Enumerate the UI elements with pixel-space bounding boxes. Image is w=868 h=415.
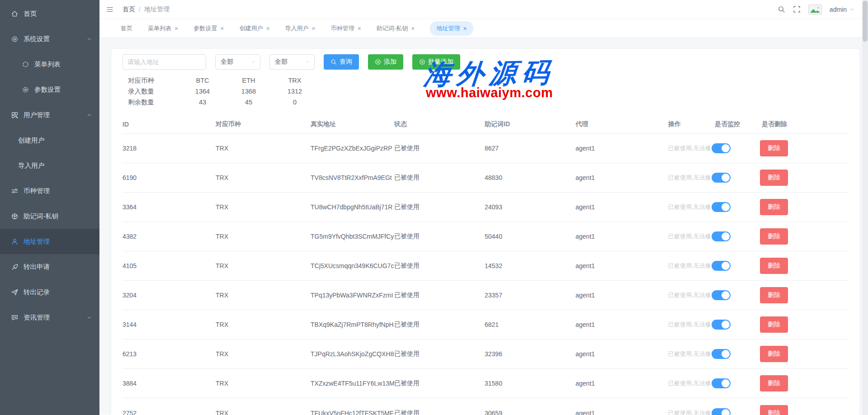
table-row: 3144TRXTBXq9KaZj7RmPT8RhyfNpH已被使用6821age…: [123, 310, 848, 340]
sidebar-item-system-settings[interactable]: 系统设置: [0, 26, 99, 52]
row-op-note: 已被使用,无法修: [668, 232, 710, 241]
tab-创建用户[interactable]: 创建用户×: [239, 24, 269, 33]
avatar[interactable]: [808, 5, 822, 14]
loader-circle-icon: [22, 61, 29, 68]
scrollbar: [862, 0, 868, 415]
row-monitor-cell: [710, 261, 760, 271]
monitor-toggle[interactable]: [712, 231, 731, 241]
row-mnemonic-id: 32396: [485, 350, 576, 358]
summary-row: 对应币种BTCETHTRX: [123, 75, 848, 86]
monitor-toggle[interactable]: [712, 320, 731, 330]
delete-button[interactable]: 删除: [760, 287, 788, 303]
sidebar-item-transfer-request[interactable]: 转出申请: [0, 254, 99, 279]
sidebar-item-param-settings[interactable]: 参数设置: [0, 77, 99, 102]
row-address: TG5m9YfvQhbt3SCmMJFfCy: [311, 233, 394, 240]
sidebar-item-label: 参数设置: [34, 85, 61, 94]
row-id: 6213: [123, 350, 216, 358]
search-icon[interactable]: [778, 5, 785, 13]
delete-button[interactable]: 删除: [760, 316, 788, 333]
tab-close-icon[interactable]: ×: [358, 25, 361, 32]
monitor-toggle[interactable]: [712, 378, 731, 388]
tab-close-icon[interactable]: ×: [411, 25, 415, 32]
summary-value: 43: [179, 99, 226, 106]
tab-close-icon[interactable]: ×: [312, 25, 316, 32]
delete-button[interactable]: 删除: [760, 258, 788, 274]
monitor-toggle[interactable]: [712, 143, 731, 153]
sidebar-item-import-user[interactable]: 导入用户: [0, 153, 99, 178]
tab-币种管理[interactable]: 币种管理×: [331, 24, 361, 33]
sidebar-item-transfer-record[interactable]: 转出记录: [0, 279, 99, 305]
table-header: ID对应币种真实地址状态助记词ID代理操作是否监控是否删除: [123, 115, 848, 134]
row-mnemonic-id: 31580: [485, 380, 576, 387]
row-address: TFrgE2PGzXZbExJGgiPzRP: [311, 145, 394, 152]
column-header: 操作: [668, 120, 710, 128]
sidebar-item-create-user[interactable]: 创建用户: [0, 127, 99, 153]
tab-参数设置[interactable]: 参数设置×: [193, 24, 224, 33]
breadcrumb-home[interactable]: 首页: [123, 5, 135, 14]
batch-add-button-label: 批量添加: [428, 58, 453, 66]
delete-button[interactable]: 删除: [760, 228, 788, 245]
row-id: 3218: [123, 145, 216, 152]
delete-button[interactable]: 删除: [760, 346, 788, 362]
filter-select-2[interactable]: 全部: [269, 54, 315, 70]
user-menu[interactable]: admin: [830, 6, 854, 13]
row-agent: agent1: [576, 380, 668, 387]
tab-close-icon[interactable]: ×: [266, 25, 269, 32]
monitor-toggle[interactable]: [712, 408, 731, 415]
sidebar-item-home[interactable]: 首页: [0, 1, 99, 26]
row-address: TV8csNV8TtR2XxfPmA9EGt: [311, 174, 394, 181]
sidebar-item-news-management[interactable]: 资讯管理: [0, 305, 99, 330]
row-id: 3884: [123, 380, 216, 387]
delete-button[interactable]: 删除: [760, 170, 788, 186]
breadcrumb-current: 地址管理: [144, 5, 170, 14]
scrollbar-thumb[interactable]: [863, 1, 868, 42]
row-op-note: 已被使用,无法修: [668, 409, 710, 415]
breadcrumb-separator: /: [139, 6, 141, 13]
tab-菜单列表[interactable]: 菜单列表×: [148, 24, 178, 33]
summary-value: 0: [272, 99, 318, 106]
sidebar-item-address-management[interactable]: 地址管理: [0, 229, 99, 254]
search-button[interactable]: 查询: [324, 54, 359, 70]
monitor-toggle[interactable]: [712, 202, 731, 212]
tab-close-icon[interactable]: ×: [463, 25, 467, 32]
row-delete-cell: 删除: [760, 228, 848, 245]
row-delete-cell: 删除: [760, 375, 848, 391]
tab-首页[interactable]: 首页: [121, 24, 132, 33]
fullscreen-icon[interactable]: [793, 5, 801, 13]
sidebar-item-label: 创建用户: [18, 136, 44, 145]
tab-导入用户[interactable]: 导入用户×: [285, 24, 316, 33]
batch-add-button[interactable]: 批量添加: [412, 54, 460, 70]
row-agent: agent1: [576, 262, 668, 269]
monitor-toggle[interactable]: [712, 349, 731, 359]
tab-地址管理[interactable]: 地址管理×: [430, 21, 473, 36]
delete-button[interactable]: 删除: [760, 140, 788, 156]
tab-close-icon[interactable]: ×: [175, 25, 178, 32]
sidebar-item-label: 导入用户: [18, 161, 44, 170]
row-id: 2752: [123, 410, 216, 415]
tab-助记词-私钥[interactable]: 助记词-私钥×: [377, 24, 415, 33]
delete-button[interactable]: 删除: [760, 199, 788, 215]
address-search-input[interactable]: [123, 54, 206, 70]
chevron-up-icon: [86, 36, 92, 42]
user-icon: [11, 238, 19, 245]
menu-icon[interactable]: [106, 6, 114, 13]
table-row: 3884TRXTXZxzwE4TF5u11FY6Lw13M已被使用31580ag…: [123, 369, 848, 398]
delete-button[interactable]: 删除: [760, 375, 788, 391]
row-coin: TRX: [216, 380, 311, 387]
sidebar-item-user-management[interactable]: 用户管理: [0, 102, 99, 127]
sidebar-item-mnemonic-private-key[interactable]: 助记词-私钥: [0, 203, 99, 229]
row-status: 已被使用: [394, 232, 485, 241]
summary-row: 录入数量136413681312: [123, 86, 848, 97]
row-op-note: 已被使用,无法修: [668, 262, 710, 270]
sidebar-item-menu-list[interactable]: 菜单列表: [0, 52, 99, 77]
summary-value: 1364: [179, 88, 226, 95]
row-mnemonic-id: 50440: [485, 233, 576, 240]
tab-close-icon[interactable]: ×: [220, 25, 224, 32]
add-button[interactable]: 添加: [368, 54, 403, 70]
filter-select-1[interactable]: 全部: [215, 54, 260, 70]
monitor-toggle[interactable]: [712, 173, 731, 183]
monitor-toggle[interactable]: [712, 290, 731, 300]
monitor-toggle[interactable]: [712, 261, 731, 271]
sidebar-item-coin-management[interactable]: 币种管理: [0, 178, 99, 203]
delete-button[interactable]: 删除: [760, 405, 788, 415]
